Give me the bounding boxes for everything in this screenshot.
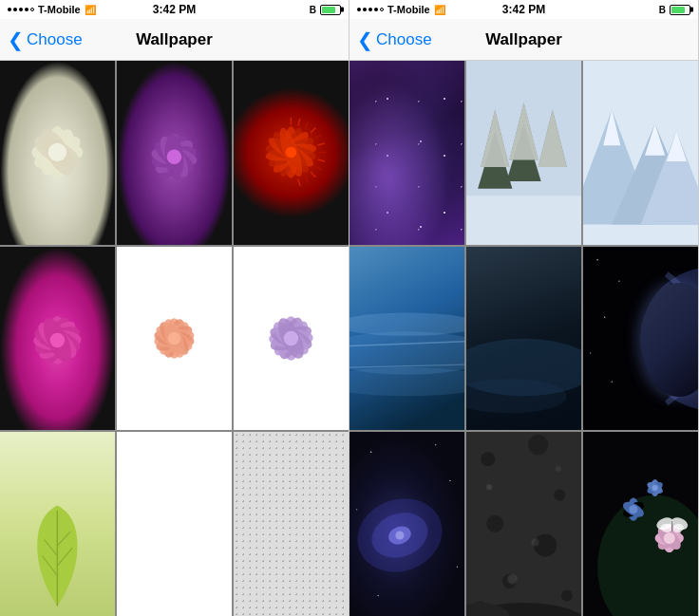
carrier-label: T-Mobile	[38, 4, 81, 15]
status-right-right: B	[659, 5, 690, 15]
nav-bar-right: ❮ Choose Wallpaper	[350, 19, 698, 61]
svg-rect-72	[466, 196, 581, 244]
svg-point-131	[629, 506, 637, 514]
svg-point-135	[652, 485, 658, 491]
page-title-right: Wallpaper	[485, 30, 562, 49]
wallpaper-white-flower[interactable]	[0, 61, 115, 245]
svg-point-110	[377, 595, 379, 597]
svg-point-101	[590, 352, 592, 354]
svg-point-15	[167, 150, 181, 164]
svg-point-105	[370, 452, 372, 454]
svg-line-26	[305, 177, 309, 183]
wallpaper-gray-dots[interactable]	[234, 432, 349, 616]
svg-line-17	[298, 119, 300, 125]
svg-line-19	[311, 128, 315, 133]
svg-point-98	[596, 259, 598, 261]
wallpaper-snowy-trees[interactable]	[466, 61, 581, 245]
svg-point-123	[472, 602, 489, 616]
wallpaper-galaxy-purple[interactable]	[350, 61, 464, 245]
svg-point-91	[350, 312, 464, 335]
svg-point-106	[435, 444, 437, 446]
back-button-left[interactable]: ❮ Choose	[8, 30, 83, 49]
svg-line-20	[315, 135, 322, 139]
svg-line-27	[298, 179, 300, 186]
wallpaper-red-firework[interactable]	[234, 61, 349, 245]
svg-point-112	[366, 506, 434, 566]
status-bar-left: T-Mobile 📶 3:42 PM B	[0, 0, 349, 19]
svg-point-125	[466, 603, 509, 616]
svg-point-116	[481, 453, 495, 467]
wallpaper-flowers-dark[interactable]	[583, 432, 698, 616]
svg-point-121	[502, 574, 517, 588]
svg-point-117	[528, 435, 548, 455]
svg-point-99	[618, 280, 620, 282]
chevron-left-icon-right: ❮	[357, 30, 373, 49]
wallpaper-dark-ocean[interactable]	[466, 247, 581, 431]
svg-point-120	[534, 534, 557, 557]
wallpaper-coral-flower[interactable]	[117, 247, 232, 431]
status-right: B	[310, 5, 341, 15]
wallpaper-lavender-flower[interactable]	[234, 247, 349, 431]
svg-point-119	[486, 515, 503, 532]
svg-point-108	[356, 509, 358, 511]
svg-point-100	[604, 316, 606, 318]
wallpaper-planet[interactable]	[583, 247, 698, 431]
svg-rect-104	[350, 432, 464, 616]
wallpaper-purple-flower[interactable]	[117, 61, 232, 245]
wallpaper-pink-dahlia[interactable]	[0, 247, 115, 431]
carrier-label-right: T-Mobile	[387, 4, 430, 15]
signal-icon	[8, 8, 34, 11]
status-left-right: T-Mobile 📶	[357, 4, 445, 15]
svg-line-24	[315, 166, 322, 170]
svg-line-25	[311, 172, 315, 177]
svg-point-140	[664, 532, 675, 544]
wifi-icon: 📶	[85, 5, 96, 15]
wallpaper-moon[interactable]	[466, 432, 581, 616]
svg-point-113	[386, 524, 413, 548]
svg-point-122	[561, 590, 573, 602]
wallpaper-blue-water[interactable]	[350, 247, 464, 431]
svg-point-46	[50, 333, 65, 347]
wallpaper-snowy-mountains[interactable]	[583, 61, 698, 245]
back-label-right[interactable]: Choose	[376, 30, 432, 49]
wifi-icon-right: 📶	[434, 5, 445, 15]
svg-point-111	[350, 487, 453, 584]
right-phone-panel: T-Mobile 📶 3:42 PM B ❮ Choose Wallpaper	[350, 0, 699, 616]
svg-point-107	[449, 480, 451, 482]
wallpaper-grid-right	[350, 61, 698, 616]
svg-point-118	[554, 490, 565, 501]
svg-line-21	[318, 143, 325, 145]
wallpaper-grid-left	[0, 61, 349, 616]
svg-point-90	[350, 367, 464, 396]
svg-point-114	[395, 532, 404, 540]
svg-rect-115	[466, 432, 581, 616]
status-bar-right: T-Mobile 📶 3:42 PM B	[350, 0, 698, 19]
svg-point-56	[168, 332, 181, 345]
time-display-right: 3:42 PM	[502, 3, 545, 16]
svg-point-124	[466, 603, 581, 616]
signal-icon-right	[357, 8, 384, 11]
status-left: T-Mobile 📶	[8, 4, 96, 15]
svg-point-65	[284, 331, 298, 345]
bluetooth-icon-right: B	[659, 5, 666, 15]
battery-icon-right	[670, 5, 690, 15]
wallpaper-leaf[interactable]	[0, 432, 115, 616]
svg-point-37	[286, 147, 297, 159]
battery-icon	[320, 5, 341, 15]
chevron-left-icon: ❮	[8, 30, 24, 49]
wallpaper-white[interactable]	[117, 432, 232, 616]
svg-point-102	[611, 381, 613, 383]
back-button-right[interactable]: ❮ Choose	[357, 30, 432, 49]
time-display-left: 3:42 PM	[153, 3, 196, 16]
svg-line-23	[318, 159, 325, 161]
svg-point-109	[457, 567, 459, 569]
back-label-left[interactable]: Choose	[27, 30, 83, 49]
svg-line-18	[305, 122, 309, 129]
bluetooth-icon: B	[310, 5, 316, 15]
left-phone-panel: T-Mobile 📶 3:42 PM B ❮ Choose Wallpaper	[0, 0, 350, 616]
page-title-left: Wallpaper	[136, 30, 213, 49]
nav-bar-left: ❮ Choose Wallpaper	[0, 19, 349, 61]
svg-point-6	[48, 143, 66, 161]
wallpaper-galaxy-spiral[interactable]	[350, 432, 464, 616]
